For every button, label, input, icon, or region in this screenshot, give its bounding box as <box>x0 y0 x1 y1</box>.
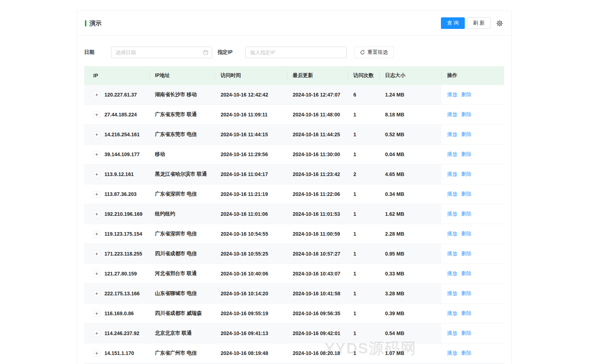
last-update-time: 2024-10-16 11:22:06 <box>287 184 348 204</box>
delete-link[interactable]: 删除 <box>461 290 471 297</box>
ip-value: 119.123.175.154 <box>104 231 142 237</box>
expand-row-button[interactable]: + <box>93 330 100 337</box>
play-link[interactable]: 播放 <box>447 91 457 98</box>
expand-row-button[interactable]: + <box>93 111 100 118</box>
visit-time: 2024-10-16 11:01:06 <box>215 204 287 224</box>
visit-time: 2024-10-16 10:40:06 <box>215 264 287 283</box>
expand-row-button[interactable]: + <box>93 231 100 237</box>
delete-link[interactable]: 删除 <box>461 250 471 257</box>
cell-actions: 播放 删除 <box>441 204 504 224</box>
log-size: 8.18 MB <box>379 105 442 124</box>
expand-row-button[interactable]: + <box>93 250 100 257</box>
expand-row-button[interactable]: + <box>93 211 100 218</box>
ip-location: 山东省聊城市 电信 <box>149 284 215 303</box>
table-row: + 222.175.13.166 山东省聊城市 电信 2024-10-16 10… <box>84 284 504 304</box>
ip-value: 113.87.36.203 <box>104 191 137 197</box>
last-update-time: 2024-10-16 08:20.18 <box>287 343 348 363</box>
reset-filters-label: 重置筛选 <box>368 49 388 56</box>
visit-count: 1 <box>348 224 379 244</box>
visit-count: 1 <box>348 145 379 164</box>
visit-count: 1 <box>348 343 379 363</box>
cell-actions: 播放 删除 <box>441 125 504 144</box>
delete-link[interactable]: 删除 <box>461 91 471 98</box>
delete-link[interactable]: 删除 <box>461 171 471 177</box>
cell-actions: 播放 删除 <box>441 224 504 244</box>
play-link[interactable]: 播放 <box>447 151 457 158</box>
title-wrap: 演示 <box>85 19 102 27</box>
visit-time: 2024-10-16 10:54:55 <box>215 224 287 244</box>
refresh-button[interactable]: 刷 新 <box>467 17 491 29</box>
table-row: + 39.144.109.177 移动 2024-10-16 11:29:56 … <box>84 145 504 164</box>
ip-value: 39.144.109.177 <box>104 151 140 157</box>
ip-value: 27.44.185.224 <box>104 112 137 117</box>
ip-location: 黑龙江省哈尔滨市 联通 <box>149 164 215 184</box>
delete-link[interactable]: 删除 <box>461 231 471 237</box>
expand-row-button[interactable]: + <box>93 151 100 158</box>
expand-row-button[interactable]: + <box>93 350 100 357</box>
expand-row-button[interactable]: + <box>93 131 100 138</box>
cell-actions: 播放 删除 <box>441 264 504 283</box>
date-picker-input[interactable] <box>111 47 212 58</box>
delete-link[interactable]: 删除 <box>461 350 471 356</box>
play-link[interactable]: 播放 <box>447 310 457 317</box>
cell-ip: + 113.9.12.161 <box>84 164 149 184</box>
visit-time: 2024-10-16 11:21:19 <box>215 184 287 204</box>
cell-ip: + 14.151.1.170 <box>84 343 149 363</box>
delete-link[interactable]: 删除 <box>461 111 471 118</box>
visit-time: 2024-10-16 10:55:25 <box>215 244 287 264</box>
delete-link[interactable]: 删除 <box>461 211 471 217</box>
table-row: + 171.223.118.255 四川省成都市 电信 2024-10-16 1… <box>84 244 504 264</box>
visit-count: 1 <box>348 304 379 323</box>
expand-row-button[interactable]: + <box>93 290 100 297</box>
delete-link[interactable]: 删除 <box>461 151 471 158</box>
delete-link[interactable]: 删除 <box>461 191 471 197</box>
delete-link[interactable]: 删除 <box>461 310 471 317</box>
table-row: + 121.27.80.159 河北省邢台市 联通 2024-10-16 10:… <box>84 264 504 284</box>
table-row: + 14.151.1.170 广东省广州市 电信 2024-10-16 08:1… <box>84 343 504 363</box>
delete-link[interactable]: 删除 <box>461 270 471 277</box>
reset-filters-button[interactable]: 重置筛选 <box>354 47 394 58</box>
play-link[interactable]: 播放 <box>447 131 457 138</box>
play-link[interactable]: 播放 <box>447 211 457 217</box>
expand-row-button[interactable]: + <box>93 270 100 277</box>
settings-button[interactable] <box>496 20 503 27</box>
play-link[interactable]: 播放 <box>447 350 457 356</box>
expand-row-button[interactable]: + <box>93 310 100 317</box>
play-link[interactable]: 播放 <box>447 231 457 237</box>
table-header-row: IP IP地址 访问时间 最后更新 访问次数 日志大小 操作 <box>84 66 504 85</box>
ip-location: 广东省深圳市 电信 <box>149 224 215 244</box>
ip-filter-label: 指定IP <box>218 49 245 56</box>
expand-row-button[interactable]: + <box>93 191 100 198</box>
expand-row-button[interactable]: + <box>93 171 100 178</box>
ip-location: 四川省成都市 威瑞森 <box>149 304 215 323</box>
cell-actions: 播放 删除 <box>441 85 504 104</box>
last-update-time: 2024-10-16 11:30:00 <box>287 145 348 164</box>
visit-time: 2024-10-16 11:09:11 <box>215 105 287 124</box>
play-link[interactable]: 播放 <box>447 250 457 257</box>
ip-location: 湖南省长沙市 移动 <box>149 85 215 104</box>
ip-location: 四川省成都市 电信 <box>149 244 215 264</box>
column-header-visit-count: 访问次数 <box>348 72 379 79</box>
cell-actions: 播放 删除 <box>441 145 504 164</box>
play-link[interactable]: 播放 <box>447 191 457 197</box>
query-button[interactable]: 查 询 <box>441 17 465 29</box>
play-link[interactable]: 播放 <box>447 330 457 337</box>
ip-filter-input[interactable] <box>245 47 347 58</box>
ip-value: 121.27.80.159 <box>104 271 137 277</box>
visit-count: 6 <box>348 85 379 104</box>
play-link[interactable]: 播放 <box>447 171 457 177</box>
delete-link[interactable]: 删除 <box>461 330 471 337</box>
play-link[interactable]: 播放 <box>447 290 457 297</box>
play-link[interactable]: 播放 <box>447 270 457 277</box>
header-actions: 查 询 刷 新 <box>441 17 503 29</box>
play-link[interactable]: 播放 <box>447 111 457 118</box>
column-header-actions: 操作 <box>441 72 504 79</box>
log-size: 1.62 MB <box>379 204 442 224</box>
log-size: 1.07 MB <box>379 343 442 363</box>
last-update-time: 2024-10-16 10:41:58 <box>287 284 348 303</box>
delete-link[interactable]: 删除 <box>461 131 471 138</box>
visit-time: 2024-10-16 08:19:48 <box>215 343 287 363</box>
ip-value: 192.210.196.169 <box>104 211 142 217</box>
expand-row-button[interactable]: + <box>93 91 100 98</box>
page-title: 演示 <box>89 19 102 27</box>
